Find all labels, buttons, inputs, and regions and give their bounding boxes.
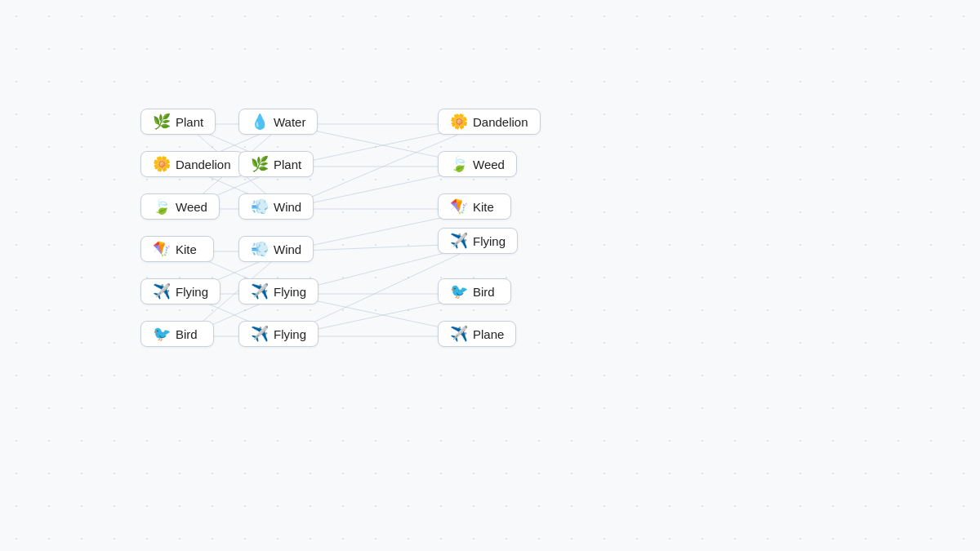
node-col2_plant[interactable]: 🌿Plant (238, 151, 314, 177)
node-col3_dandelion[interactable]: 🌼Dandelion (438, 109, 541, 135)
node-label-col3_flying: Flying (473, 234, 506, 248)
node-label-col1_dandelion: Dandelion (176, 158, 231, 171)
node-icon-col1_dandelion: 🌼 (153, 157, 171, 171)
node-label-col3_kite: Kite (473, 200, 494, 214)
node-icon-col2_plant: 🌿 (251, 157, 269, 171)
node-col3_flying[interactable]: ✈️Flying (438, 228, 518, 254)
node-icon-col3_dandelion: 🌼 (450, 114, 468, 129)
node-label-col2_plant: Plant (274, 158, 301, 171)
node-col1_kite[interactable]: 🪁Kite (140, 236, 214, 262)
graph-container: 🌿Plant🌼Dandelion🍃Weed🪁Kite✈️Flying🐦Bird💧… (0, 0, 980, 551)
node-col2_flying2[interactable]: ✈️Flying (238, 321, 318, 347)
node-col2_water[interactable]: 💧Water (238, 109, 318, 135)
node-col3_weed[interactable]: 🍃Weed (438, 151, 517, 177)
node-label-col2_wind2: Wind (274, 242, 301, 256)
node-label-col3_weed: Weed (473, 158, 505, 171)
node-icon-col2_flying2: ✈️ (251, 327, 269, 341)
node-label-col2_flying: Flying (274, 285, 306, 299)
node-col3_bird[interactable]: 🐦Bird (438, 278, 511, 304)
node-col3_kite[interactable]: 🪁Kite (438, 193, 511, 220)
node-icon-col2_wind: 💨 (251, 199, 269, 214)
node-col1_bird[interactable]: 🐦Bird (140, 321, 214, 347)
node-label-col2_water: Water (274, 115, 305, 129)
node-icon-col2_water: 💧 (251, 114, 269, 129)
node-label-col1_kite: Kite (176, 242, 197, 256)
node-label-col2_wind: Wind (274, 200, 301, 214)
node-label-col3_dandelion: Dandelion (473, 115, 528, 129)
node-label-col1_weed: Weed (176, 200, 207, 214)
node-icon-col3_weed: 🍃 (450, 157, 468, 171)
node-icon-col1_weed: 🍃 (153, 199, 171, 214)
node-label-col3_plane: Plane (473, 327, 504, 341)
node-icon-col1_plant: 🌿 (153, 114, 171, 129)
node-col1_plant[interactable]: 🌿Plant (140, 109, 216, 135)
node-label-col2_flying2: Flying (274, 327, 306, 341)
node-icon-col3_kite: 🪁 (450, 199, 468, 214)
node-col1_weed[interactable]: 🍃Weed (140, 193, 220, 220)
node-icon-col1_bird: 🐦 (153, 327, 171, 341)
node-icon-col2_flying: ✈️ (251, 284, 269, 299)
node-icon-col3_bird: 🐦 (450, 284, 468, 299)
node-col2_flying[interactable]: ✈️Flying (238, 278, 318, 304)
node-icon-col1_flying: ✈️ (153, 284, 171, 299)
node-icon-col2_wind2: 💨 (251, 242, 269, 256)
node-col1_flying[interactable]: ✈️Flying (140, 278, 220, 304)
node-label-col3_bird: Bird (473, 285, 495, 299)
node-icon-col1_kite: 🪁 (153, 242, 171, 256)
node-label-col1_plant: Plant (176, 115, 203, 129)
node-col1_dandelion[interactable]: 🌼Dandelion (140, 151, 243, 177)
node-label-col1_flying: Flying (176, 285, 208, 299)
node-icon-col3_plane: ✈️ (450, 327, 468, 341)
node-col3_plane[interactable]: ✈️Plane (438, 321, 516, 347)
node-col2_wind2[interactable]: 💨Wind (238, 236, 314, 262)
node-label-col1_bird: Bird (176, 327, 198, 341)
node-icon-col3_flying: ✈️ (450, 233, 468, 248)
node-col2_wind[interactable]: 💨Wind (238, 193, 314, 220)
